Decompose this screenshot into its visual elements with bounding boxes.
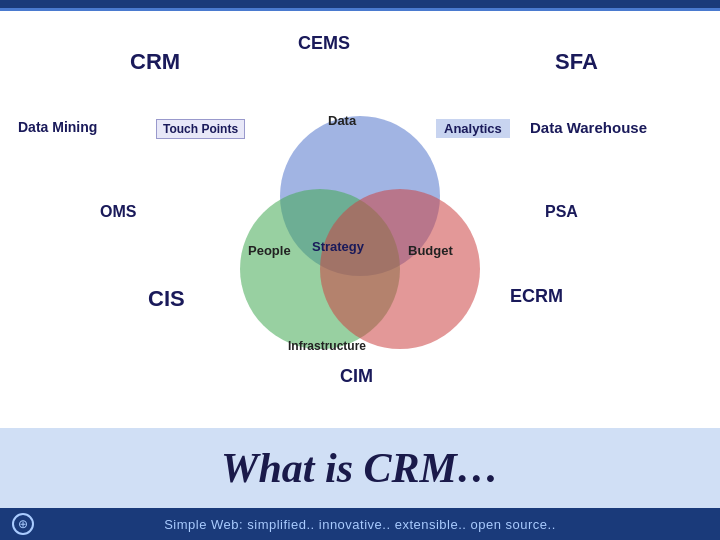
main-content: CRM CEMS SFA Data Mining Touch Points An…: [0, 11, 720, 428]
label-crm: CRM: [130, 49, 180, 75]
label-data-mining: Data Mining: [18, 119, 97, 135]
svg-point-2: [320, 189, 480, 349]
label-cems: CEMS: [298, 33, 350, 54]
footer-tagline: : simplified.. innovative.. extensible..…: [239, 517, 556, 532]
venn-diagram: [220, 91, 500, 371]
top-border: [0, 0, 720, 8]
label-oms: OMS: [100, 203, 136, 221]
label-sfa: SFA: [555, 49, 598, 75]
crm-banner: What is CRM…: [0, 428, 720, 508]
label-cis: CIS: [148, 286, 185, 312]
bottom-bar: ⊕ Simple Web: simplified.. innovative.. …: [0, 508, 720, 540]
footer-text: Simple Web: simplified.. innovative.. ex…: [164, 517, 556, 532]
globe-icon: ⊕: [12, 513, 34, 535]
label-psa: PSA: [545, 203, 578, 221]
brand-name: Simple Web: [164, 517, 239, 532]
crm-banner-text: What is CRM…: [221, 444, 499, 492]
label-data-warehouse: Data Warehouse: [530, 119, 647, 136]
label-ecrm: ECRM: [510, 286, 563, 307]
